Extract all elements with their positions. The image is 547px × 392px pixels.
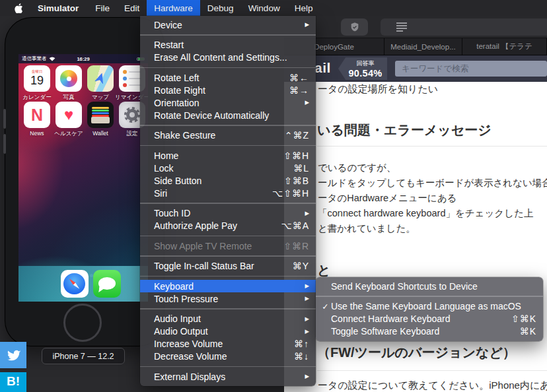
twitter-share-button[interactable]	[0, 342, 26, 368]
menu-item-siri[interactable]: Siri ⌥⇧⌘H	[140, 187, 316, 199]
menu-item-label: Audio Output	[154, 326, 297, 337]
menu-item-touch-pressure[interactable]: Touch Pressure	[140, 292, 316, 305]
menu-item-device[interactable]: Device	[140, 18, 316, 31]
menu-item-label: Audio Input	[154, 313, 297, 324]
menu-item-restart[interactable]: Restart	[140, 39, 316, 51]
menu-item-label: Rotate Left	[154, 73, 281, 83]
menu-simulator[interactable]: Simulator	[30, 0, 86, 16]
tab-teratail[interactable]: teratail 【テラテ	[462, 38, 547, 55]
menu-separator	[140, 308, 316, 310]
submenu-arrow-icon	[305, 100, 309, 106]
menu-item-shortcut: ⌘Y	[293, 261, 309, 271]
app-calendar[interactable]: 金曜日 19 カレンダー	[21, 65, 53, 102]
menu-item-toggle-in-call-status-bar[interactable]: Toggle In-call Status Bar ⌘Y	[140, 260, 316, 273]
menu-item-touch-id[interactable]: Touch ID	[140, 207, 316, 220]
app-label: 設定	[127, 130, 138, 138]
app-maps[interactable]: マップ	[85, 65, 116, 102]
menu-separator	[140, 34, 316, 36]
menu-item-authorize-apple-pay[interactable]: Authorize Apple Pay ⌥⌘A	[140, 220, 316, 232]
menu-item-rotate-device-automatically[interactable]: Rotate Device Automatically	[140, 109, 316, 121]
app-label: Wallet	[92, 130, 108, 137]
divider	[317, 146, 547, 147]
shield-extension-button[interactable]	[341, 18, 368, 36]
body-line: 「connect hardware keyboard」をチェックした上	[318, 206, 547, 221]
answer-rate-badge: 回答率 90.54%	[338, 57, 387, 80]
menu-item-home[interactable]: Home ⇧⌘H	[140, 149, 316, 162]
menu-item-label: Toggle Software Keyboard	[331, 326, 512, 337]
menu-item-shortcut: ⌥⌘A	[281, 220, 309, 231]
browser-toolbar	[284, 16, 547, 38]
menu-item-rotate-right[interactable]: Rotate Right ⌘→	[140, 84, 316, 96]
simulator-screen[interactable]: 通信事業者 16:29 金曜日 19 カレンダー 写真	[18, 54, 148, 302]
apple-menu[interactable]	[9, 0, 28, 16]
menu-item-shortcut: ⌘←	[289, 73, 309, 83]
menu-item-decrease-volume[interactable]: Decrease Volume ⌘↓	[140, 350, 316, 363]
menu-item-label: Authorize Apple Pay	[154, 220, 274, 231]
menu-item-label: Home	[154, 150, 275, 161]
ios-status-bar: 通信事業者 16:29	[18, 54, 148, 63]
menu-item-label: Touch ID	[154, 208, 297, 218]
menu-item-toggle-software-keyboard[interactable]: Toggle Software Keyboard ⌘K	[316, 325, 543, 338]
wallet-icon	[87, 102, 114, 128]
menu-item-label: Siri	[154, 188, 264, 199]
menu-item-orientation[interactable]: Orientation	[140, 96, 316, 109]
menu-window[interactable]: Window	[241, 0, 287, 16]
teratail-logo[interactable]: ail	[314, 60, 331, 76]
app-wallet[interactable]: Wallet	[85, 102, 116, 138]
menu-item-label: Use the Same Keyboard Language as macOS	[331, 301, 536, 311]
submenu-arrow-icon	[305, 316, 309, 322]
health-icon	[55, 102, 82, 128]
app-photos[interactable]: 写真	[53, 65, 85, 102]
menu-item-external-displays[interactable]: External Displays	[140, 370, 316, 383]
hatena-bookmark-button[interactable]: B!	[0, 372, 26, 392]
search-input[interactable]	[395, 61, 547, 77]
menu-item-increase-volume[interactable]: Increase Volume ⌘↑	[140, 338, 316, 350]
menu-item-send-keyboard-shortcuts[interactable]: Send Keyboard Shortcuts to Device	[316, 280, 543, 292]
menu-item-shortcut: ⌘↑	[294, 339, 309, 349]
submenu-arrow-icon	[305, 211, 309, 216]
section-heading-tried: と	[317, 261, 330, 279]
menu-item-rotate-left[interactable]: Rotate Left ⌘←	[140, 71, 316, 84]
home-button[interactable]	[63, 304, 102, 342]
menu-item-label: Rotate Device Automatically	[154, 110, 309, 121]
menu-item-shortcut: ⇧⌘H	[283, 150, 309, 161]
question-title-fragment: ータの設定場所を知りたい	[318, 83, 438, 96]
menu-hardware[interactable]: Hardware	[147, 0, 200, 16]
menu-item-erase-all[interactable]: Erase All Content and Settings...	[140, 51, 316, 64]
tab-mediaid[interactable]: Mediaid_Develop...	[384, 38, 462, 55]
answer-rate-value: 90.54%	[344, 68, 387, 79]
menu-item-lock[interactable]: Lock ⌘L	[140, 162, 316, 174]
menu-item-shortcut: ⌃⌘Z	[285, 130, 309, 141]
safari-icon[interactable]	[61, 270, 89, 298]
menu-edit[interactable]: Edit	[117, 0, 147, 16]
dock	[18, 266, 148, 302]
menu-item-shake-gesture[interactable]: Shake Gesture ⌃⌘Z	[140, 129, 316, 142]
menu-item-same-keyboard-language[interactable]: Use the Same Keyboard Language as macOS	[316, 300, 543, 313]
shield-check-icon	[349, 22, 360, 32]
menu-help[interactable]: Help	[287, 0, 320, 16]
news-icon: N	[24, 102, 50, 128]
menu-item-side-button[interactable]: Side Button ⇧⌘B	[140, 174, 316, 187]
menu-item-audio-input[interactable]: Audio Input	[140, 313, 316, 325]
menu-debug[interactable]: Debug	[200, 0, 241, 16]
menu-item-keyboard[interactable]: Keyboard	[140, 280, 316, 292]
volume-down-button	[3, 134, 6, 154]
app-label: マップ	[92, 94, 109, 102]
submenu-arrow-icon	[305, 283, 309, 289]
submenu-arrow-icon	[305, 329, 309, 335]
menu-bar: Simulator File Edit Hardware Debug Windo…	[0, 0, 547, 16]
calendar-day: 19	[30, 75, 44, 86]
menu-separator	[140, 67, 316, 69]
twitter-bird-icon	[6, 348, 20, 362]
menu-item-shortcut: ⌘→	[289, 85, 309, 96]
menu-separator	[140, 236, 316, 237]
menu-item-audio-output[interactable]: Audio Output	[140, 325, 316, 338]
menu-file[interactable]: File	[88, 0, 117, 16]
messages-icon[interactable]	[93, 270, 121, 298]
app-health[interactable]: ヘルスケア	[53, 102, 85, 138]
apple-icon	[15, 3, 23, 13]
app-news[interactable]: N News	[21, 102, 53, 138]
menu-item-connect-hardware-keyboard[interactable]: Connect Hardware Keyboard ⇧⌘K	[316, 313, 543, 325]
menu-item-label: Rotate Right	[154, 85, 281, 96]
address-bar[interactable]	[381, 18, 547, 36]
